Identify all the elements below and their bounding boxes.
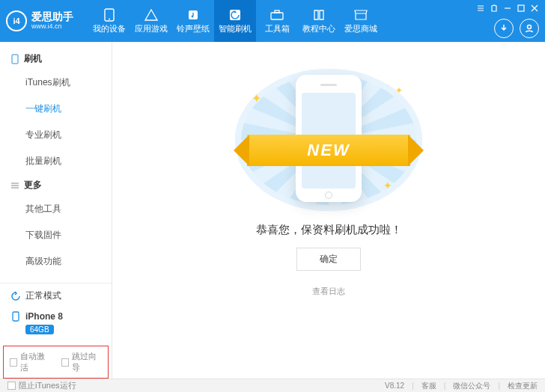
star-icon: ✦ (383, 180, 392, 192)
sidebar-item-itunes[interactable]: iTunes刷机 (0, 70, 112, 96)
footer-support[interactable]: 客服 (421, 381, 436, 391)
sidebar-group-more: 更多 (0, 174, 112, 196)
sidebar-item-batch[interactable]: 批量刷机 (0, 148, 112, 174)
sidebar-item-advanced[interactable]: 高级功能 (0, 248, 112, 275)
window-controls (476, 4, 539, 13)
minimize-icon[interactable] (503, 4, 512, 13)
svg-rect-6 (275, 10, 279, 13)
menu-icon[interactable] (476, 4, 485, 13)
sidebar-item-pro[interactable]: 专业刷机 (0, 122, 112, 148)
brand-name: 爱思助手 (31, 11, 73, 22)
svg-point-1 (109, 18, 110, 19)
logo-icon: i4 (6, 10, 27, 31)
more-icon (10, 181, 19, 190)
store-icon (353, 8, 368, 22)
skip-wizard-checkbox[interactable]: 跳过向导 (61, 351, 103, 373)
confirm-button[interactable]: 确定 (296, 248, 361, 271)
sidebar-item-download-fw[interactable]: 下载固件 (0, 222, 112, 248)
svg-rect-10 (13, 312, 19, 321)
nav-tutorial[interactable]: 教程中心 (298, 0, 340, 42)
sidebar-item-other[interactable]: 其他工具 (0, 196, 112, 222)
app-logo: i4 爱思助手 www.i4.cn (6, 10, 73, 31)
sidebar-item-oneclick[interactable]: 一键刷机 (0, 96, 112, 122)
skin-icon[interactable] (490, 4, 499, 13)
svg-rect-7 (518, 5, 524, 11)
maximize-icon[interactable] (517, 4, 526, 13)
mode-row[interactable]: 正常模式 (0, 284, 112, 308)
title-bar: i4 爱思助手 www.i4.cn 我的设备 应用游戏 铃声壁纸 智能刷机 工具… (0, 0, 545, 42)
nav-store[interactable]: 爱思商城 (340, 0, 382, 42)
auto-activate-checkbox[interactable]: 自动激活 (10, 351, 51, 373)
svg-point-3 (192, 15, 194, 17)
flash-icon (228, 8, 243, 22)
nav-tools[interactable]: 工具箱 (256, 0, 298, 42)
footer: 阻止iTunes运行 V8.12 | 客服 | 微信公众号 | 检查更新 (0, 379, 545, 392)
sidebar: 刷机 iTunes刷机 一键刷机 专业刷机 批量刷机 更多 其他工具 下载固件 … (0, 42, 112, 379)
phone-icon (102, 8, 117, 22)
view-log-link[interactable]: 查看日志 (312, 286, 345, 297)
nav-apps[interactable]: 应用游戏 (130, 0, 172, 42)
bottom-options-highlighted: 自动激活 跳过向导 (3, 346, 109, 379)
phone-small-icon (10, 311, 21, 322)
footer-update[interactable]: 检查更新 (508, 381, 538, 391)
svg-rect-9 (12, 55, 18, 64)
success-message: 恭喜您，保资料刷机成功啦！ (256, 223, 402, 237)
new-ribbon: NEW (247, 135, 410, 166)
footer-wechat[interactable]: 微信公众号 (453, 381, 490, 391)
version-label: V8.12 (385, 382, 404, 390)
book-icon (311, 8, 326, 22)
success-illustration: ✦ ✦ ✦ NEW (235, 69, 422, 211)
nav-ringtone[interactable]: 铃声壁纸 (172, 0, 214, 42)
content-area: ✦ ✦ ✦ NEW 恭喜您，保资料刷机成功啦！ 确定 查看日志 (112, 42, 545, 379)
note-icon (186, 8, 201, 22)
toolbox-icon (270, 8, 284, 22)
top-nav: 我的设备 应用游戏 铃声壁纸 智能刷机 工具箱 教程中心 爱思商城 (88, 0, 382, 42)
nav-my-device[interactable]: 我的设备 (88, 0, 130, 42)
user-button[interactable] (520, 19, 539, 38)
device-icon (10, 55, 19, 64)
refresh-icon (10, 291, 21, 301)
star-icon: ✦ (395, 85, 403, 96)
download-button[interactable] (494, 19, 514, 38)
star-icon: ✦ (252, 91, 261, 105)
block-itunes-checkbox[interactable]: 阻止iTunes运行 (7, 380, 76, 391)
svg-point-8 (528, 25, 532, 29)
storage-badge: 64GB (25, 325, 54, 334)
nav-flash[interactable]: 智能刷机 (214, 0, 256, 42)
brand-url: www.i4.cn (31, 23, 73, 31)
svg-rect-5 (271, 13, 283, 19)
close-icon[interactable] (530, 4, 539, 13)
device-row[interactable]: iPhone 8 64GB (0, 308, 112, 343)
sidebar-group-flash: 刷机 (0, 48, 112, 70)
apps-icon (144, 8, 159, 22)
